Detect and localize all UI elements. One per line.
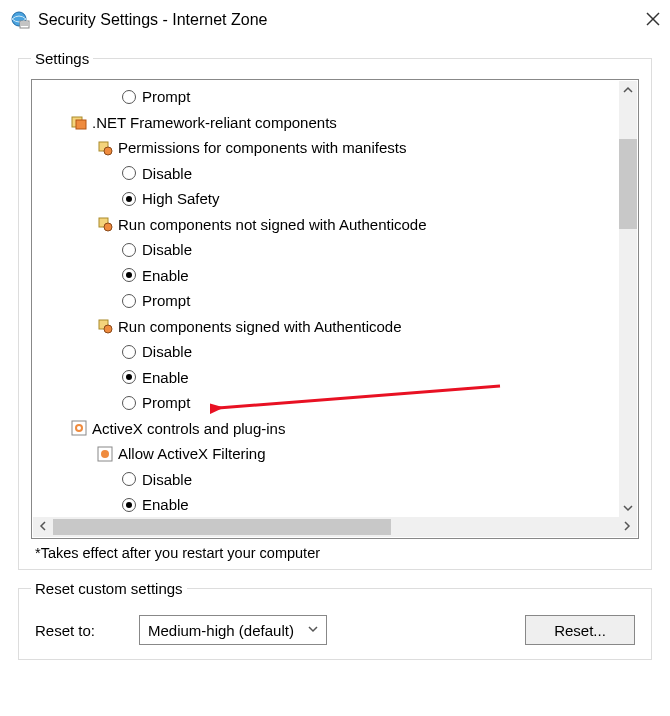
radio-icon xyxy=(122,192,136,206)
radio-icon xyxy=(122,166,136,180)
scroll-thumb[interactable] xyxy=(619,139,637,229)
setting-label: Run components not signed with Authentic… xyxy=(118,212,427,238)
vertical-scrollbar[interactable] xyxy=(619,81,637,517)
radio-option[interactable]: Enable xyxy=(32,492,638,518)
scroll-left-icon[interactable] xyxy=(33,520,53,534)
reset-legend: Reset custom settings xyxy=(31,580,187,597)
setting-label: Run components signed with Authenticode xyxy=(118,314,402,340)
reset-button[interactable]: Reset... xyxy=(525,615,635,645)
scroll-track[interactable] xyxy=(53,517,617,537)
option-label: Prompt xyxy=(142,288,190,314)
option-label: Disable xyxy=(142,467,192,493)
radio-icon xyxy=(122,294,136,308)
component-setting-icon xyxy=(96,317,114,335)
radio-option[interactable]: Disable xyxy=(32,467,638,493)
scroll-track[interactable] xyxy=(619,99,637,499)
restart-note: *Takes effect after you restart your com… xyxy=(31,539,639,561)
scroll-up-icon[interactable] xyxy=(619,81,637,99)
radio-option[interactable]: Enable xyxy=(32,263,638,289)
chevron-down-icon xyxy=(308,624,318,636)
radio-icon xyxy=(122,370,136,384)
setting-run-signed[interactable]: Run components signed with Authenticode xyxy=(32,314,638,340)
option-label: Prompt xyxy=(142,390,190,416)
reset-to-label: Reset to: xyxy=(35,622,125,639)
radio-icon xyxy=(122,345,136,359)
setting-allow-filtering[interactable]: Allow ActiveX Filtering xyxy=(32,441,638,467)
component-category-icon xyxy=(70,113,88,131)
radio-option[interactable]: Enable xyxy=(32,365,638,391)
radio-icon xyxy=(122,90,136,104)
component-setting-icon xyxy=(96,215,114,233)
radio-option[interactable]: Prompt xyxy=(32,390,638,416)
horizontal-scrollbar[interactable] xyxy=(33,517,637,537)
radio-option[interactable]: Disable xyxy=(32,339,638,365)
component-setting-icon xyxy=(96,139,114,157)
svg-point-16 xyxy=(77,426,81,430)
svg-rect-7 xyxy=(76,120,86,129)
category-label: .NET Framework-reliant components xyxy=(92,110,337,136)
option-label: Disable xyxy=(142,339,192,365)
settings-group: Settings Prompt .NET Framework-reliant c… xyxy=(18,50,652,570)
setting-perm-manifests[interactable]: Permissions for components with manifest… xyxy=(32,135,638,161)
radio-option[interactable]: High Safety xyxy=(32,186,638,212)
svg-point-9 xyxy=(104,147,112,155)
category-activex[interactable]: ActiveX controls and plug-ins xyxy=(32,416,638,442)
scroll-right-icon[interactable] xyxy=(617,520,637,534)
select-value: Medium-high (default) xyxy=(148,622,294,639)
radio-option[interactable]: Disable xyxy=(32,161,638,187)
radio-icon xyxy=(122,498,136,512)
radio-icon xyxy=(122,243,136,257)
option-label: Disable xyxy=(142,161,192,187)
scroll-thumb[interactable] xyxy=(53,519,391,535)
category-label: ActiveX controls and plug-ins xyxy=(92,416,285,442)
settings-legend: Settings xyxy=(31,50,93,67)
close-button[interactable] xyxy=(630,10,660,31)
option-label: Prompt xyxy=(142,84,190,110)
option-label: Enable xyxy=(142,365,189,391)
window-title: Security Settings - Internet Zone xyxy=(38,11,630,29)
option-label: Enable xyxy=(142,263,189,289)
svg-point-11 xyxy=(104,223,112,231)
activex-category-icon xyxy=(70,419,88,437)
option-label: Disable xyxy=(142,237,192,263)
svg-point-18 xyxy=(101,450,109,458)
activex-setting-icon xyxy=(96,445,114,463)
option-label: Enable xyxy=(142,492,189,518)
setting-label: Permissions for components with manifest… xyxy=(118,135,406,161)
scroll-down-icon[interactable] xyxy=(619,499,637,517)
radio-icon xyxy=(122,268,136,282)
radio-option[interactable]: Prompt xyxy=(32,84,638,110)
setting-run-unsigned[interactable]: Run components not signed with Authentic… xyxy=(32,212,638,238)
svg-point-13 xyxy=(104,325,112,333)
radio-icon xyxy=(122,396,136,410)
reset-group: Reset custom settings Reset to: Medium-h… xyxy=(18,580,652,660)
setting-label: Allow ActiveX Filtering xyxy=(118,441,266,467)
radio-option[interactable]: Prompt xyxy=(32,288,638,314)
internet-options-icon xyxy=(10,10,30,30)
settings-tree[interactable]: Prompt .NET Framework-reliant components xyxy=(31,79,639,539)
button-label: Reset... xyxy=(554,622,606,639)
radio-option[interactable]: Disable xyxy=(32,237,638,263)
category-netfx[interactable]: .NET Framework-reliant components xyxy=(32,110,638,136)
option-label: High Safety xyxy=(142,186,220,212)
radio-icon xyxy=(122,472,136,486)
titlebar: Security Settings - Internet Zone xyxy=(0,0,670,40)
reset-level-select[interactable]: Medium-high (default) xyxy=(139,615,327,645)
